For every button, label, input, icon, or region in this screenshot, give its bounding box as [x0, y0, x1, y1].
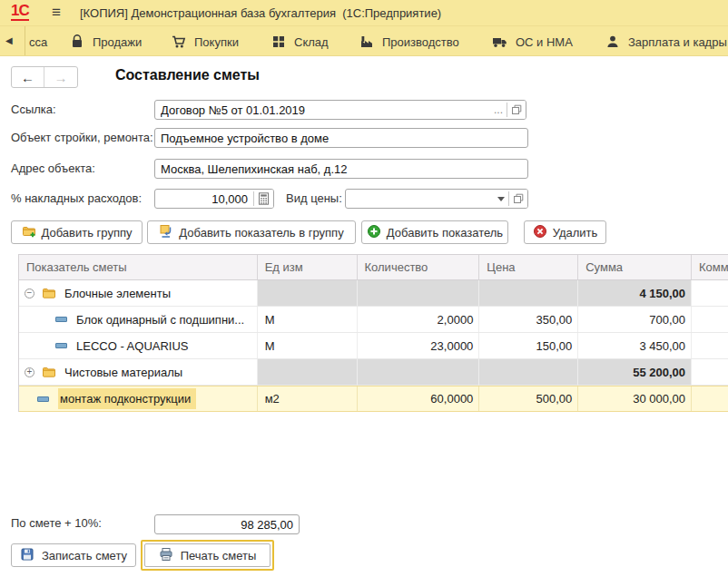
overhead-input[interactable]: [155, 190, 253, 208]
item-dash-icon: [55, 317, 67, 322]
table-row-item-selected[interactable]: монтаж подконструкции м2 60,0000 500,00 …: [19, 386, 728, 412]
cart-icon: [172, 34, 186, 49]
link-label: Ссылка:: [11, 100, 56, 120]
add-indicator-button[interactable]: Добавить показатель: [361, 220, 508, 244]
add-indicator-to-group-button[interactable]: Добавить показатель в группу: [147, 220, 356, 244]
warehouse-boxes-icon: [271, 34, 286, 49]
item-unit: М: [258, 333, 358, 358]
item-name: Блок одинарный с подшипни...: [76, 313, 244, 327]
open-link-icon[interactable]: [507, 101, 526, 119]
save-estimate-button[interactable]: Записать смету: [11, 543, 136, 567]
address-input[interactable]: [155, 160, 527, 178]
menu-item-fixed-assets[interactable]: ОС и НМА: [492, 26, 573, 56]
table-row-item[interactable]: LECCO - AQUARIUS М 23,0000 150,00 3 450,…: [19, 333, 728, 359]
chevron-down-icon[interactable]: [494, 190, 508, 208]
group-sum: 4 150,00: [578, 280, 692, 306]
overhead-label: % накладных расходов:: [11, 189, 142, 209]
overhead-field: [154, 189, 274, 209]
table-row-group[interactable]: + Чистовые материалы 55 200,00: [19, 359, 728, 386]
page-title: Составление сметы: [115, 67, 260, 83]
item-unit: м2: [258, 386, 358, 411]
estimate-table: Показатель сметы Ед изм Количество Цена …: [18, 254, 728, 412]
bag-icon: [70, 34, 84, 49]
item-dash-icon: [37, 396, 49, 402]
group-sum: 55 200,00: [578, 359, 692, 385]
column-header-quantity[interactable]: Количество: [358, 255, 480, 279]
table-row-item[interactable]: Блок одинарный с подшипни... М 2,0000 35…: [19, 307, 728, 333]
item-name: LECCO - AQUARIUS: [76, 339, 189, 353]
menu-item-purchases[interactable]: Покупки: [172, 26, 239, 56]
forward-button[interactable]: →: [44, 67, 77, 87]
item-qty: 60,0000: [358, 386, 480, 411]
add-group-button[interactable]: Добавить группу: [11, 220, 143, 244]
folder-icon: [42, 366, 56, 378]
delete-x-icon: [533, 224, 547, 241]
total-label: По смете + 10%:: [11, 516, 102, 530]
form-content: ← → Составление сметы Ссылка: ... Объект…: [0, 56, 728, 577]
column-header-price[interactable]: Цена: [479, 255, 578, 279]
folder-icon: [42, 287, 56, 299]
item-qty: 23,0000: [358, 333, 480, 358]
item-qty: 2,0000: [358, 307, 480, 332]
link-input[interactable]: [155, 101, 490, 119]
address-field: [154, 159, 528, 179]
column-header-sum[interactable]: Сумма: [578, 255, 692, 279]
item-name-editing[interactable]: монтаж подконструкции: [58, 388, 196, 409]
object-input[interactable]: [155, 129, 527, 147]
hamburger-menu-icon[interactable]: ≡: [52, 4, 61, 22]
printer-icon: [159, 547, 173, 564]
choose-ellipsis-button[interactable]: ...: [490, 101, 507, 119]
delete-button[interactable]: Удалить: [524, 220, 606, 244]
person-icon: [605, 34, 620, 49]
add-plus-icon: [367, 224, 381, 241]
group-name: Чистовые материалы: [64, 366, 182, 379]
item-dash-icon: [55, 343, 67, 348]
sections-menu-bar: ◀ сса Продажи Покупки Склад Производство…: [0, 25, 728, 56]
back-button[interactable]: ←: [12, 67, 44, 87]
title-bar: 1С ≡ [КОПИЯ] Демонстрационная база бухга…: [0, 0, 728, 25]
object-label: Объект стройки, ремонта:: [11, 128, 153, 148]
add-group-folder-icon: [22, 224, 36, 241]
price-kind-field: [345, 189, 528, 209]
item-price: 500,00: [479, 386, 578, 411]
calculator-icon[interactable]: [254, 190, 273, 208]
factory-icon: [359, 34, 374, 49]
total-input[interactable]: [155, 515, 299, 533]
column-header-comment[interactable]: Комм: [692, 255, 728, 279]
item-sum: 30 000,00: [578, 386, 692, 411]
column-header-unit[interactable]: Ед изм: [258, 255, 358, 279]
1c-logo-icon: 1С: [11, 3, 29, 21]
window-title: [КОПИЯ] Демонстрационная база бухгалтери…: [80, 6, 441, 20]
menu-item-warehouse[interactable]: Склад: [271, 26, 329, 56]
object-field: [154, 128, 528, 148]
collapse-expander-icon[interactable]: −: [25, 288, 34, 298]
expand-expander-icon[interactable]: +: [25, 367, 34, 377]
table-row-group[interactable]: − Блочные элементы 4 150,00: [19, 280, 728, 307]
item-price: 150,00: [479, 333, 578, 358]
print-estimate-button[interactable]: Печать сметы: [144, 543, 271, 567]
price-kind-input[interactable]: [346, 190, 494, 208]
item-price: 350,00: [479, 307, 578, 332]
collapse-panel-icon[interactable]: ◀: [5, 35, 13, 45]
menu-item-sales[interactable]: Продажи: [70, 26, 142, 56]
item-sum: 3 450,00: [578, 333, 692, 358]
link-field: ...: [154, 100, 526, 120]
truck-icon: [492, 34, 507, 49]
total-field: [154, 514, 300, 534]
open-price-kind-icon[interactable]: [509, 190, 527, 208]
floppy-save-icon: [20, 547, 34, 564]
menu-item-production[interactable]: Производство: [359, 26, 459, 56]
price-kind-label: Вид цены:: [286, 189, 342, 209]
menu-item-kassa-clipped[interactable]: сса: [29, 26, 47, 56]
menu-item-salary-hr[interactable]: Зарплата и кадры: [605, 26, 727, 56]
table-header: Показатель сметы Ед изм Количество Цена …: [19, 255, 728, 280]
print-button-focus-ring: Печать сметы: [141, 540, 274, 571]
add-to-group-icon: [159, 224, 173, 241]
column-header-indicator[interactable]: Показатель сметы: [19, 255, 258, 279]
item-unit: М: [258, 307, 358, 332]
group-name: Блочные элементы: [64, 287, 171, 300]
item-sum: 700,00: [578, 307, 692, 332]
address-label: Адрес объекта:: [11, 159, 95, 179]
menu-divider: [25, 26, 25, 56]
history-nav-group: ← →: [11, 66, 78, 88]
